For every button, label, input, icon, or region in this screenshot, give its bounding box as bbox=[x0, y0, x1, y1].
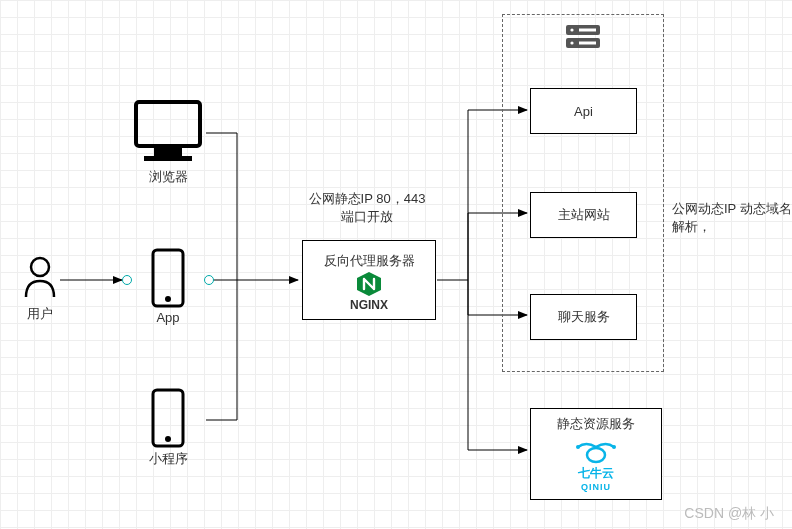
qiniu-icon bbox=[570, 437, 622, 467]
miniapp-label: 小程序 bbox=[143, 450, 193, 468]
proxy-note: 公网静态IP 80，443 端口开放 bbox=[292, 190, 442, 226]
svg-point-11 bbox=[570, 28, 573, 31]
svg-point-0 bbox=[31, 258, 49, 276]
static-title: 静态资源服务 bbox=[557, 415, 635, 433]
svg-point-15 bbox=[587, 448, 605, 462]
site-label: 主站网站 bbox=[558, 206, 610, 224]
chat-box: 聊天服务 bbox=[530, 294, 637, 340]
user-icon bbox=[22, 255, 58, 302]
backend-note: 公网动态IP 动态域名 解析， bbox=[672, 200, 792, 236]
app-label: App bbox=[150, 310, 186, 325]
nginx-icon bbox=[355, 270, 383, 298]
port-right bbox=[204, 275, 214, 285]
proxy-box: 反向代理服务器 NGINX bbox=[302, 240, 436, 320]
watermark: CSDN @林 小 bbox=[684, 505, 774, 523]
api-box: Api bbox=[530, 88, 637, 134]
miniapp-icon bbox=[150, 388, 186, 451]
browser-label: 浏览器 bbox=[140, 168, 196, 186]
qiniu-brand-en: QINIU bbox=[581, 482, 611, 492]
site-box: 主站网站 bbox=[530, 192, 637, 238]
svg-point-5 bbox=[165, 296, 171, 302]
proxy-title: 反向代理服务器 bbox=[324, 252, 415, 270]
svg-rect-13 bbox=[579, 29, 596, 32]
svg-rect-14 bbox=[579, 42, 596, 45]
server-icon bbox=[565, 24, 601, 53]
browser-icon bbox=[130, 98, 206, 167]
qiniu-brand: 七牛云 bbox=[578, 466, 614, 480]
svg-point-7 bbox=[165, 436, 171, 442]
api-label: Api bbox=[574, 104, 593, 119]
svg-point-12 bbox=[570, 41, 573, 44]
svg-rect-1 bbox=[136, 102, 200, 146]
chat-label: 聊天服务 bbox=[558, 308, 610, 326]
svg-rect-3 bbox=[144, 156, 192, 161]
static-box: 静态资源服务 七牛云QINIU bbox=[530, 408, 662, 500]
svg-rect-2 bbox=[154, 146, 182, 156]
svg-point-16 bbox=[576, 445, 580, 449]
user-label: 用户 bbox=[18, 305, 62, 323]
svg-point-17 bbox=[612, 445, 616, 449]
app-icon bbox=[150, 248, 186, 311]
port-left bbox=[122, 275, 132, 285]
proxy-caption: NGINX bbox=[350, 298, 388, 312]
